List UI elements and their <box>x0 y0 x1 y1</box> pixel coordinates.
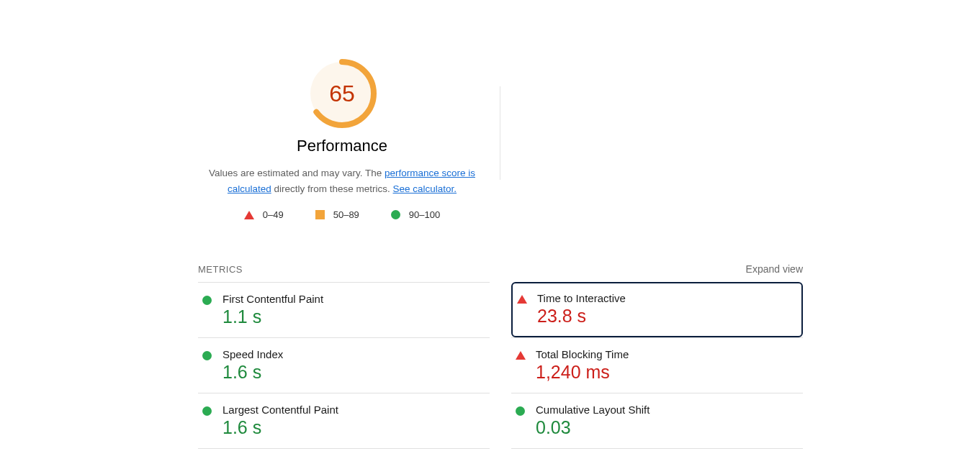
performance-header: 65 Performance Values are estimated and … <box>198 58 486 220</box>
metric-value: 1.6 s <box>222 417 485 438</box>
legend-avg-label: 50–89 <box>333 209 359 220</box>
circle-green-icon <box>516 406 525 416</box>
metric-label: Total Blocking Time <box>536 348 799 360</box>
performance-title: Performance <box>198 137 486 155</box>
metric-value: 1,240 ms <box>536 362 799 383</box>
legend-fail-label: 0–49 <box>263 209 284 220</box>
metric-cls[interactable]: Cumulative Layout Shift 0.03 <box>511 393 803 449</box>
triangle-red-icon <box>517 295 527 304</box>
metric-value: 1.6 s <box>222 362 485 383</box>
score-value: 65 <box>306 58 378 129</box>
circle-green-icon <box>202 351 212 360</box>
metric-label: First Contentful Paint <box>222 293 485 305</box>
desc-text: directly from these metrics. <box>271 183 393 194</box>
legend-pass: 90–100 <box>391 209 440 220</box>
vertical-divider <box>500 86 500 180</box>
expand-view-button[interactable]: Expand view <box>746 263 803 275</box>
triangle-red-icon <box>244 211 254 219</box>
score-legend: 0–49 50–89 90–100 <box>198 209 486 220</box>
score-gauge: 65 <box>306 58 378 129</box>
metric-lcp[interactable]: Largest Contentful Paint 1.6 s <box>198 393 490 449</box>
circle-green-icon <box>202 296 212 305</box>
metric-label: Cumulative Layout Shift <box>536 404 799 416</box>
metric-label: Largest Contentful Paint <box>222 404 485 416</box>
metric-value: 1.1 s <box>222 306 485 327</box>
metric-tti[interactable]: Time to Interactive 23.8 s <box>511 282 803 337</box>
see-calculator-link[interactable]: See calculator. <box>393 183 457 194</box>
circle-green-icon <box>391 210 400 219</box>
legend-pass-label: 90–100 <box>409 209 440 220</box>
legend-fail: 0–49 <box>244 209 284 220</box>
metric-speed-index[interactable]: Speed Index 1.6 s <box>198 337 490 393</box>
metric-tbt[interactable]: Total Blocking Time 1,240 ms <box>511 337 803 393</box>
desc-text: Values are estimated and may vary. The <box>209 168 385 178</box>
metrics-section: METRICS Expand view First Contentful Pai… <box>198 263 803 449</box>
metrics-heading: METRICS <box>198 264 243 275</box>
performance-description: Values are estimated and may vary. The p… <box>198 165 486 196</box>
metric-value: 23.8 s <box>537 306 797 327</box>
metric-label: Time to Interactive <box>537 292 797 304</box>
metric-fcp[interactable]: First Contentful Paint 1.1 s <box>198 282 490 337</box>
metric-value: 0.03 <box>536 417 799 438</box>
legend-average: 50–89 <box>315 209 359 220</box>
triangle-red-icon <box>516 351 526 360</box>
circle-green-icon <box>202 406 212 416</box>
square-orange-icon <box>315 210 325 219</box>
metric-label: Speed Index <box>222 348 485 360</box>
